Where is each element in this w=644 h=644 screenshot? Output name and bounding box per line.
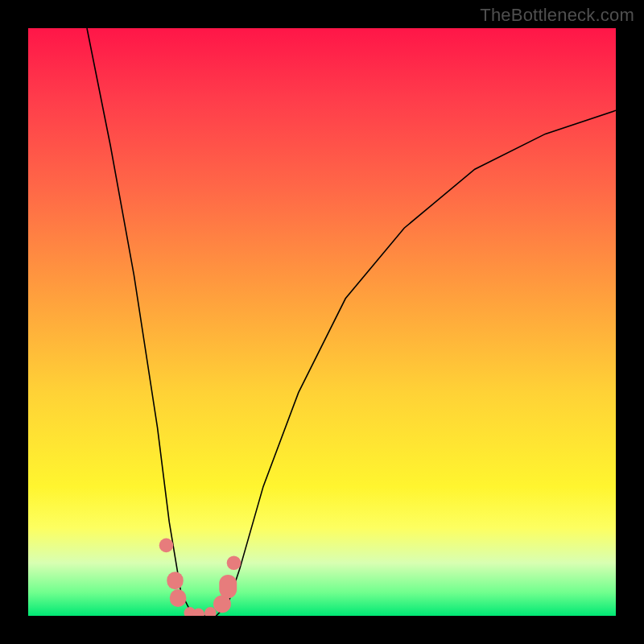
chart-svg (28, 28, 616, 616)
marker-pill (219, 575, 237, 598)
marker-dot (192, 609, 204, 617)
marker-pill (167, 572, 183, 589)
bottleneck-curve (87, 28, 616, 616)
plot-area (28, 28, 616, 616)
watermark-text: TheBottleneck.com (480, 5, 634, 26)
marker-dot (227, 556, 242, 571)
outer-frame: TheBottleneck.com (0, 0, 644, 644)
marker-pill (170, 589, 186, 607)
marker-dot (159, 539, 174, 553)
curve-markers (159, 539, 242, 616)
